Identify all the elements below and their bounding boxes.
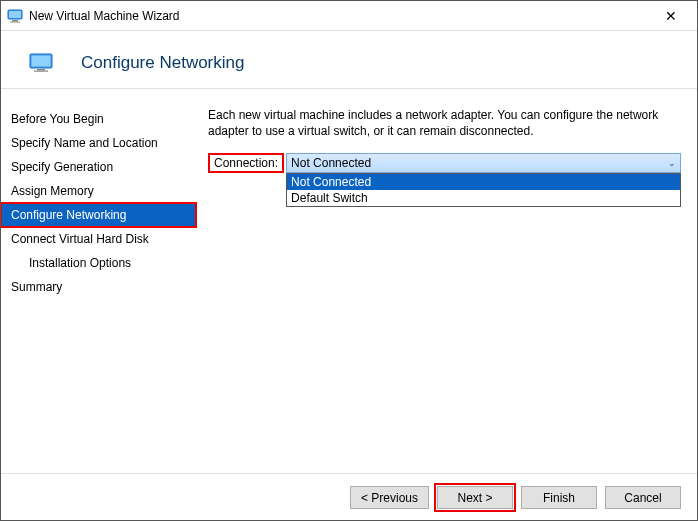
cancel-button[interactable]: Cancel	[605, 486, 681, 509]
connection-label: Connection:	[208, 153, 284, 173]
option-label: Default Switch	[291, 191, 368, 205]
step-label: Configure Networking	[11, 208, 126, 222]
svg-rect-3	[10, 21, 20, 22]
step-label: Summary	[11, 280, 62, 294]
wizard-content: Before You Begin Specify Name and Locati…	[1, 89, 697, 473]
step-installation-options[interactable]: Installation Options	[1, 251, 196, 275]
wizard-footer: < Previous Next > Finish Cancel	[1, 473, 697, 521]
svg-rect-7	[34, 70, 48, 71]
wizard-header: Configure Networking	[1, 31, 697, 89]
connection-option-default-switch[interactable]: Default Switch	[287, 190, 680, 206]
step-summary[interactable]: Summary	[1, 275, 196, 299]
section-icon	[29, 53, 53, 73]
main-panel: Each new virtual machine includes a netw…	[196, 89, 697, 473]
step-specify-generation[interactable]: Specify Generation	[1, 155, 196, 179]
close-button[interactable]: ✕	[651, 8, 691, 24]
step-label: Connect Virtual Hard Disk	[11, 232, 149, 246]
svg-rect-1	[9, 11, 21, 18]
step-assign-memory[interactable]: Assign Memory	[1, 179, 196, 203]
step-specify-name-location[interactable]: Specify Name and Location	[1, 131, 196, 155]
previous-button[interactable]: < Previous	[350, 486, 429, 509]
step-configure-networking[interactable]: Configure Networking	[1, 203, 196, 227]
svg-rect-2	[12, 20, 18, 22]
chevron-down-icon: ⌄	[668, 158, 676, 168]
step-label: Installation Options	[29, 256, 131, 270]
app-icon	[7, 8, 23, 24]
window-title: New Virtual Machine Wizard	[29, 9, 651, 23]
step-label: Specify Name and Location	[11, 136, 158, 150]
svg-rect-6	[37, 69, 45, 71]
section-title: Configure Networking	[81, 53, 244, 73]
step-before-you-begin[interactable]: Before You Begin	[1, 107, 196, 131]
step-label: Before You Begin	[11, 112, 104, 126]
option-label: Not Connected	[291, 175, 371, 189]
step-label: Assign Memory	[11, 184, 94, 198]
steps-sidebar: Before You Begin Specify Name and Locati…	[1, 89, 196, 473]
titlebar: New Virtual Machine Wizard ✕	[1, 1, 697, 31]
description-text: Each new virtual machine includes a netw…	[208, 107, 681, 139]
connection-selected-value: Not Connected	[291, 156, 371, 170]
connection-combo-wrap: Not Connected ⌄ Not Connected Default Sw…	[286, 153, 681, 173]
connection-option-not-connected[interactable]: Not Connected	[287, 174, 680, 190]
svg-rect-5	[32, 55, 51, 66]
finish-button[interactable]: Finish	[521, 486, 597, 509]
step-label: Specify Generation	[11, 160, 113, 174]
connection-combobox[interactable]: Not Connected ⌄	[286, 153, 681, 173]
next-button[interactable]: Next >	[437, 486, 513, 509]
step-connect-vhd[interactable]: Connect Virtual Hard Disk	[1, 227, 196, 251]
connection-dropdown: Not Connected Default Switch	[286, 173, 681, 207]
connection-field-row: Connection: Not Connected ⌄ Not Connecte…	[208, 153, 681, 173]
